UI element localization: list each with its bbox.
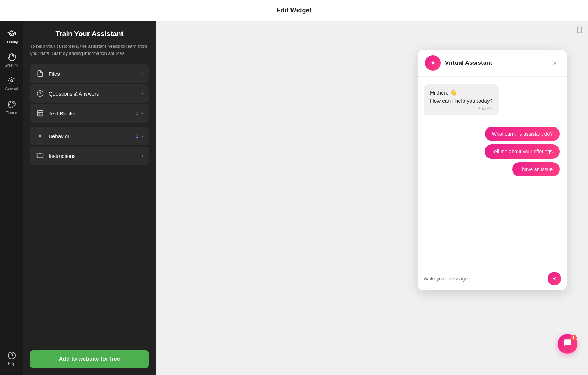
message-time: 4:12 PM: [430, 106, 493, 110]
chat-messages: Hi there 👋How can I help you today? 4:12…: [418, 77, 567, 267]
menu-item-files[interactable]: Files ›: [30, 64, 149, 83]
menu-section-data: Files › Questions & Answers ›: [30, 64, 149, 123]
training-icon: [7, 28, 17, 38]
chat-input[interactable]: [424, 276, 544, 282]
training-label: Training: [5, 40, 18, 44]
instructions-label: Instructions: [49, 153, 141, 159]
panel-subtitle: To help your customers, the assistant ne…: [30, 43, 149, 57]
chat-header: ✦ Virtual Assistant ×: [418, 50, 567, 77]
theme-icon: [7, 100, 17, 109]
panel-title: Train Your Assistant: [30, 30, 149, 38]
suggested-btn-what-can[interactable]: What can this assistant do?: [485, 127, 560, 141]
behavior-chevron: ›: [141, 133, 143, 139]
chat-input-area: [418, 267, 567, 290]
chat-title: Virtual Assistant: [445, 59, 550, 67]
svg-rect-9: [38, 111, 43, 116]
theme-label: Theme: [6, 111, 17, 115]
text-blocks-badge: 1: [136, 110, 138, 116]
floating-chat-button[interactable]: 1: [558, 334, 577, 354]
svg-point-4: [10, 104, 10, 105]
help-label: Help: [8, 362, 15, 366]
svg-rect-14: [577, 27, 582, 33]
instructions-icon: [36, 152, 44, 160]
mobile-preview-icon[interactable]: [576, 26, 583, 35]
chat-close-button[interactable]: ×: [550, 58, 560, 68]
main-content: Training Greeting General: [0, 21, 588, 375]
floating-badge: 1: [570, 335, 577, 341]
sidebar-item-theme[interactable]: Theme: [2, 96, 22, 118]
svg-point-2: [13, 104, 14, 104]
suggested-btn-offerings[interactable]: Tell me about your offerings: [485, 144, 560, 159]
bot-message: Hi there 👋How can I help you today? 4:12…: [424, 84, 561, 115]
menu-item-behavior[interactable]: Behavior 1 ›: [30, 127, 149, 145]
suggested-btn-issue[interactable]: I have an issue: [512, 162, 560, 176]
main-area: ✦ Virtual Assistant × Hi there 👋How can …: [156, 21, 588, 375]
greeting-label: Greeting: [5, 63, 18, 67]
greeting-icon: [7, 52, 17, 62]
sidebar-item-general[interactable]: General: [2, 72, 22, 95]
text-blocks-icon: [36, 109, 44, 118]
general-icon: [7, 76, 17, 86]
text-blocks-chevron: ›: [141, 110, 143, 117]
icon-sidebar: Training Greeting General: [0, 21, 23, 375]
training-panel: Train Your Assistant To help your custom…: [23, 21, 156, 375]
svg-point-0: [11, 80, 13, 82]
general-label: General: [5, 87, 18, 91]
top-bar: Edit Widget: [0, 0, 588, 21]
chat-widget: ✦ Virtual Assistant × Hi there 👋How can …: [418, 50, 567, 290]
add-to-website-button[interactable]: Add to website for free: [30, 350, 149, 368]
svg-point-1: [12, 102, 12, 103]
text-blocks-label: Text Blocks: [49, 110, 136, 117]
files-label: Files: [49, 71, 141, 77]
qa-chevron: ›: [141, 90, 143, 97]
panel-footer: Add to website for free: [23, 345, 156, 375]
chat-send-button[interactable]: [548, 272, 561, 285]
sidebar-item-greeting[interactable]: Greeting: [2, 49, 22, 71]
floating-chat-icon: [563, 338, 572, 350]
chat-avatar: ✦: [425, 55, 441, 71]
bot-text: Hi there 👋How can I help you today?: [430, 89, 493, 105]
instructions-chevron: ›: [141, 153, 143, 159]
menu-item-text-blocks[interactable]: Text Blocks 1 ›: [30, 104, 149, 123]
help-icon: [7, 351, 17, 360]
menu-item-instructions[interactable]: Instructions ›: [30, 147, 149, 165]
menu-section-config: Behavior 1 › Instructions ›: [30, 127, 149, 165]
qa-label: Questions & Answers: [49, 91, 141, 97]
qa-icon: [36, 89, 44, 98]
page-title: Edit Widget: [277, 7, 312, 14]
sidebar-item-help[interactable]: Help: [2, 347, 22, 369]
behavior-label: Behavior: [49, 133, 136, 139]
behavior-icon: [36, 132, 44, 140]
files-icon: [36, 69, 44, 78]
bot-bubble: Hi there 👋How can I help you today? 4:12…: [424, 84, 499, 115]
menu-item-qa[interactable]: Questions & Answers ›: [30, 84, 149, 103]
behavior-badge: 1: [136, 133, 138, 139]
svg-point-3: [10, 103, 11, 103]
svg-point-13: [39, 135, 41, 137]
files-chevron: ›: [141, 70, 143, 77]
suggested-messages: What can this assistant do? Tell me abou…: [424, 127, 561, 176]
sidebar-item-training[interactable]: Training: [2, 25, 22, 47]
